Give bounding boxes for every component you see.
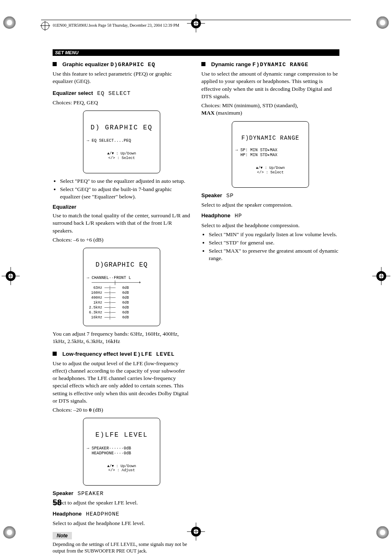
lcd-hint: ▲/▼ : Up/Down </> : Adjust <box>87 464 157 473</box>
sub-bold: Speaker <box>53 490 74 496</box>
sub-osd: SP <box>226 193 234 199</box>
crop-mark-icon <box>376 16 389 29</box>
body-text: Select to adjust the headphone LFE level… <box>53 520 191 527</box>
body-text: Select to adjust the speaker LFE level. <box>53 499 191 507</box>
heading-bold: Low-frequency effect level <box>62 351 132 357</box>
content-area: SET MENU Graphic equalizer D)GRAPHIC EQ … <box>53 49 339 506</box>
lcd-lfe-level: E)LFE LEVEL → SPEAKER······0dB HEADPHONE… <box>83 418 160 486</box>
subheading-eq-select: Equalizer select EQ SELECT <box>53 90 191 97</box>
lcd-line: HEADPHONE····0dB <box>87 451 131 456</box>
list-item: Select "MIN" if you regularly listen at … <box>209 231 339 238</box>
right-column: Dynamic range F)DYNAMIC RANGE Use to sel… <box>201 58 339 555</box>
crop-mark-icon <box>376 526 389 539</box>
body-text: Select to adjust the headphone compressi… <box>201 222 339 229</box>
lcd-dynamic-range: F)DYNAMIC RANGE → SP: MIN STD▸MAX HP: MI… <box>232 121 309 188</box>
sub-bold: Headphone <box>53 511 82 517</box>
list-item: Select "STD" for general use. <box>209 239 339 246</box>
heading-dynamic-range: Dynamic range F)DYNAMIC RANGE <box>201 61 339 69</box>
lcd-graphic-eq-select: D) GRAPHIC EQ → EQ SELECT....PEQ ▲/▼ : U… <box>83 111 160 173</box>
registration-mark-icon <box>372 267 390 285</box>
sub-osd: HP <box>235 213 242 219</box>
lcd-line: → EQ SELECT....PEQ <box>87 138 131 143</box>
note-label: Note <box>53 532 72 539</box>
sub-bold: Speaker <box>201 192 222 198</box>
crop-mark-icon <box>3 16 16 29</box>
heading-osd: E)LFE LEVEL <box>134 351 175 357</box>
subheading-equalizer: Equalizer <box>53 203 191 211</box>
heading-osd: D)GRAPHIC EQ <box>111 62 155 68</box>
text-bold: MAX <box>201 110 214 116</box>
bullet-list: Select "PEQ" to use the equalizer adjust… <box>60 177 191 201</box>
subheading-headphone: Headphone HP <box>201 212 339 220</box>
crop-mark-icon <box>3 526 16 539</box>
lcd-title: D) GRAPHIC EQ <box>87 124 157 132</box>
sub-bold: Headphone <box>201 212 231 219</box>
heading-lfe: Low-frequency effect level E)LFE LEVEL <box>53 350 191 358</box>
lcd-hint: ▲/▼ : Up/Down </> : Select <box>235 166 305 175</box>
square-bullet-icon <box>53 352 57 356</box>
heading-osd: F)DYNAMIC RANGE <box>252 62 309 68</box>
list-item: Select "PEQ" to use the equalizer adjust… <box>60 177 191 185</box>
text: (dB) <box>92 407 103 413</box>
left-column: Graphic equalizer D)GRAPHIC EQ Use this … <box>53 58 191 555</box>
list-item: Select "GEQ" to adjust the built-in 7-ba… <box>60 186 191 200</box>
square-bullet-icon <box>201 62 205 66</box>
sub-osd: SPEAKER <box>78 491 104 497</box>
lcd-graphic-eq-bands: D)GRAPHIC EQ → CHANNEL··FRONT L ────────… <box>83 248 160 326</box>
choices-text: Choices: –20 to 0 (dB) <box>53 406 191 414</box>
choices-text: Choices: –6 to +6 (dB) <box>53 236 191 244</box>
body-text: Use to match the tonal quality of the ce… <box>53 212 191 235</box>
page: 01EN00_HTR5890U.book Page 58 Thursday, D… <box>0 0 392 555</box>
text: Choices: –20 to <box>53 407 89 413</box>
bullet-list: Select "MIN" if you regularly listen at … <box>209 231 339 263</box>
text-bold: 0 <box>89 407 92 413</box>
note-text: Depending on the settings of LFE LEVEL, … <box>53 541 191 554</box>
sub-osd: EQ SELECT <box>97 90 131 97</box>
sub-osd: HEADPHONE <box>86 511 120 517</box>
subheading-speaker: Speaker SP <box>201 192 339 200</box>
text: (maximum) <box>214 110 242 116</box>
subheading-speaker: Speaker SPEAKER <box>53 490 191 497</box>
registration-mark-icon <box>2 267 20 285</box>
subheading-headphone: Headphone HEADPHONE <box>53 510 191 518</box>
lcd-line: HP: MIN STD▸MAX <box>235 153 277 157</box>
sub-bold: Equalizer select <box>53 90 93 96</box>
choices-text: Choices: MIN (minimum), STD (standard), … <box>201 102 339 117</box>
body-text: Use to adjust the output level of the LF… <box>53 360 191 405</box>
page-number: 58 <box>53 498 62 507</box>
section-bar: SET MENU <box>53 49 339 56</box>
heading-graphic-eq: Graphic equalizer D)GRAPHIC EQ <box>53 61 191 69</box>
heading-bold: Graphic equalizer <box>62 61 109 67</box>
choices-text: Choices: PEQ, GEQ <box>53 99 191 106</box>
lcd-title: E)LFE LEVEL <box>87 431 157 439</box>
list-item: Select "MAX" to preserve the greatest am… <box>209 247 339 262</box>
heading-bold: Dynamic range <box>211 61 251 67</box>
lcd-title: D)GRAPHIC EQ <box>87 261 157 269</box>
frame-header: 01EN00_HTR5890U.book Page 58 Thursday, D… <box>41 20 351 30</box>
file-path-text: 01EN00_HTR5890U.book Page 58 Thursday, D… <box>53 23 180 28</box>
body-text: Use to select the amount of dynamic rang… <box>201 70 339 100</box>
framemaker-icon <box>41 22 49 30</box>
lcd-line: → CHANNEL··FRONT L <box>87 276 131 280</box>
text: Choices: MIN (minimum), STD (standard), <box>201 102 298 108</box>
body-text: You can adjust 7 frequency bands: 63Hz, … <box>53 330 191 345</box>
body-text: Select to adjust the speaker compression… <box>201 201 339 209</box>
lcd-title: F)DYNAMIC RANGE <box>235 135 305 142</box>
lcd-line: → SPEAKER······0dB <box>87 446 131 451</box>
lcd-line: → SP: MIN STD▸MAX <box>235 148 277 152</box>
square-bullet-icon <box>53 62 57 66</box>
body-text: Use this feature to select parametric (P… <box>53 70 191 85</box>
lcd-hint: ▲/▼ : Up/Down </> : Select <box>87 152 157 161</box>
lcd-bands: 63Hz ──┼── 0dB 160Hz ──┼── 0dB 400Hz ──┼… <box>87 286 129 320</box>
